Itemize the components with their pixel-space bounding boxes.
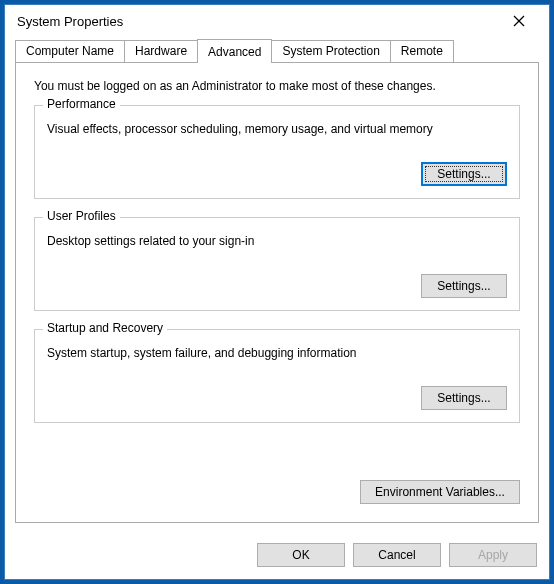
startup-recovery-title: Startup and Recovery	[43, 321, 167, 335]
performance-settings-button[interactable]: Settings...	[421, 162, 507, 186]
cancel-button[interactable]: Cancel	[353, 543, 441, 567]
admin-notice: You must be logged on as an Administrato…	[34, 79, 520, 93]
system-properties-window: System Properties Computer Name Hardware…	[4, 4, 550, 580]
startup-recovery-settings-button[interactable]: Settings...	[421, 386, 507, 410]
tab-strip: Computer Name Hardware Advanced System P…	[15, 39, 539, 62]
tab-hardware[interactable]: Hardware	[124, 40, 198, 62]
window-title: System Properties	[17, 14, 499, 29]
startup-recovery-group: Startup and Recovery System startup, sys…	[34, 329, 520, 423]
user-profiles-group: User Profiles Desktop settings related t…	[34, 217, 520, 311]
tab-computer-name[interactable]: Computer Name	[15, 40, 125, 62]
ok-button[interactable]: OK	[257, 543, 345, 567]
environment-variables-button[interactable]: Environment Variables...	[360, 480, 520, 504]
close-icon	[513, 15, 525, 27]
env-vars-row: Environment Variables...	[34, 480, 520, 504]
tab-system-protection[interactable]: System Protection	[271, 40, 390, 62]
user-profiles-button-row: Settings...	[47, 274, 507, 298]
performance-group: Performance Visual effects, processor sc…	[34, 105, 520, 199]
user-profiles-title: User Profiles	[43, 209, 120, 223]
startup-recovery-desc: System startup, system failure, and debu…	[47, 346, 507, 360]
performance-desc: Visual effects, processor scheduling, me…	[47, 122, 507, 136]
apply-button[interactable]: Apply	[449, 543, 537, 567]
startup-recovery-button-row: Settings...	[47, 386, 507, 410]
tab-remote[interactable]: Remote	[390, 40, 454, 62]
user-profiles-settings-button[interactable]: Settings...	[421, 274, 507, 298]
user-profiles-desc: Desktop settings related to your sign-in	[47, 234, 507, 248]
advanced-tab-panel: You must be logged on as an Administrato…	[15, 62, 539, 523]
performance-button-row: Settings...	[47, 162, 507, 186]
dialog-button-row: OK Cancel Apply	[5, 533, 549, 579]
tab-advanced[interactable]: Advanced	[197, 39, 272, 63]
close-button[interactable]	[499, 7, 539, 35]
content-area: Computer Name Hardware Advanced System P…	[5, 37, 549, 533]
performance-title: Performance	[43, 97, 120, 111]
titlebar: System Properties	[5, 5, 549, 37]
